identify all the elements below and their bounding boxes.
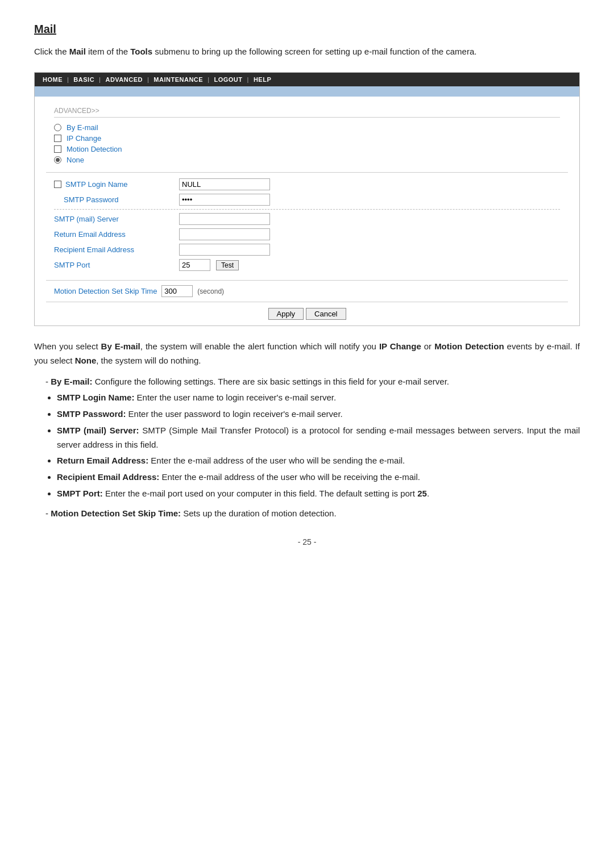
intro-paragraph: Click the Mail item of the Tools submenu… — [34, 45, 580, 59]
page-title: Mail — [34, 23, 580, 36]
by-email-label: By E-mail — [67, 123, 98, 132]
bullet-smtp-port-bold: SMPT Port: — [57, 489, 103, 498]
smtp-section: SMTP Login Name SMTP Password SMTP (mail… — [46, 173, 568, 281]
ip-change-checkbox[interactable] — [54, 135, 61, 142]
intro-bold-mail: Mail — [69, 47, 86, 56]
bullet-smtp-port: SMPT Port: Enter the e-mail port used on… — [57, 487, 580, 501]
bullet-recipient-email-text: Enter the e-mail address of the user who… — [159, 472, 420, 482]
recipient-email-input[interactable] — [179, 244, 270, 256]
smtp-port-row: SMTP Port Test — [54, 259, 560, 271]
smtp-login-row: SMTP Login Name — [54, 178, 560, 190]
bullet-smtp-server: SMTP (mail) Server: SMTP (Simple Mail Tr… — [57, 424, 580, 452]
ip-change-label: IP Change — [67, 134, 101, 143]
none-row: None — [54, 156, 560, 164]
dash2-text: Sets up the duration of motion detection… — [181, 508, 337, 518]
motion-detection-checkbox[interactable] — [54, 145, 61, 153]
apply-button[interactable]: Apply — [268, 308, 304, 320]
advanced-label: ADVANCED>> — [46, 102, 568, 117]
motion-skip-label: Motion Detection Set Skip Time — [54, 287, 157, 295]
return-email-label-text: Return Email Address — [54, 230, 126, 239]
smtp-password-row: SMTP Password — [54, 194, 560, 206]
action-buttons: Apply Cancel — [46, 302, 568, 326]
nav-bar: HOME | BASIC | ADVANCED | MAINTENANCE | … — [35, 73, 579, 86]
dash1-bold: By E-mail: — [51, 377, 92, 386]
by-email-row: By E-mail — [54, 123, 560, 132]
smtp-login-name-label-text: SMTP Login Name — [65, 180, 128, 189]
description-paragraph1: When you select By E-mail, the system wi… — [34, 340, 580, 368]
by-email-radio[interactable] — [54, 124, 61, 131]
second-unit-label: (second) — [197, 287, 224, 295]
none-radio[interactable] — [54, 156, 61, 164]
blue-accent-bar — [35, 86, 579, 97]
bullet-recipient-email: Recipient Email Address: Enter the e-mai… — [57, 470, 580, 485]
smtp-password-input[interactable] — [179, 194, 270, 206]
panel-content: ADVANCED>> By E-mail IP Change Motion De… — [35, 97, 579, 326]
nav-logout[interactable]: LOGOUT — [214, 76, 242, 83]
return-email-input[interactable] — [179, 228, 270, 240]
smtp-port-input[interactable] — [179, 259, 210, 271]
recipient-email-row: Recipient Email Address — [54, 244, 560, 256]
recipient-email-label: Recipient Email Address — [54, 245, 173, 254]
nav-maintenance[interactable]: MAINTENANCE — [154, 76, 203, 83]
smtp-login-input[interactable] — [179, 178, 270, 190]
bullet-smtp-password-text: Enter the user password to login receive… — [126, 409, 342, 419]
motion-detection-row: Motion Detection — [54, 145, 560, 153]
motion-skip-input[interactable] — [161, 285, 193, 297]
desc-p1-prefix: When you select — [34, 341, 101, 351]
bullet-smtp-login-bold: SMTP Login Name: — [57, 393, 134, 402]
motion-skip-section: Motion Detection Set Skip Time (second) — [46, 281, 568, 302]
desc-p1-mid1: , the system will enable the alert funct… — [140, 341, 379, 351]
nav-help[interactable]: HELP — [254, 76, 271, 83]
smtp-mail-server-label: SMTP (mail) Server — [54, 215, 173, 223]
intro-text-prefix: Click the — [34, 47, 69, 56]
dash2-prefix: - — [45, 508, 51, 518]
smtp-port-label: SMTP Port — [54, 261, 173, 269]
intro-bold-tools: Tools — [130, 47, 152, 56]
camera-ui-panel: HOME | BASIC | ADVANCED | MAINTENANCE | … — [34, 72, 580, 326]
desc-p1-mid4: , the system will do nothing. — [96, 356, 201, 365]
intro-text-mid1: item of the — [86, 47, 130, 56]
smtp-mail-server-row: SMTP (mail) Server — [54, 213, 560, 225]
bullet-smtp-port-25: 25 — [417, 489, 427, 498]
bullet-return-email: Return Email Address: Enter the e-mail a… — [57, 454, 580, 468]
none-label: None — [67, 156, 84, 164]
trigger-section: By E-mail IP Change Motion Detection Non… — [46, 118, 568, 173]
smtp-login-label: SMTP Login Name — [54, 180, 173, 189]
bullet-recipient-email-bold: Recipient Email Address: — [57, 472, 159, 482]
dash-item-1: - By E-mail: Configure the following set… — [45, 375, 580, 389]
bullet-return-email-text: Enter the e-mail address of the user who… — [148, 456, 405, 465]
smtp-port-label-text: SMTP Port — [54, 261, 90, 269]
motion-detection-label: Motion Detection — [67, 145, 122, 153]
bullet-smtp-password: SMTP Password: Enter the user password t… — [57, 407, 580, 422]
test-button[interactable]: Test — [216, 260, 239, 270]
bullet-smtp-port-text: Enter the e-mail port used on your compu… — [103, 489, 417, 498]
dash1-prefix: - — [45, 377, 51, 386]
smtp-password-label: SMTP Password — [54, 195, 173, 204]
bullet-return-email-bold: Return Email Address: — [57, 456, 148, 465]
nav-advanced[interactable]: ADVANCED — [105, 76, 143, 83]
desc-p1-bold3: Motion Detection — [434, 341, 504, 351]
bullet-smtp-password-bold: SMTP Password: — [57, 409, 126, 419]
smtp-mail-server-input[interactable] — [179, 213, 270, 225]
nav-basic[interactable]: BASIC — [73, 76, 94, 83]
return-email-row: Return Email Address — [54, 228, 560, 240]
dash2-bold: Motion Detection Set Skip Time: — [51, 508, 181, 518]
nav-home[interactable]: HOME — [43, 76, 63, 83]
desc-p1-bold1: By E-mail — [101, 341, 140, 351]
dash1-text: Configure the following settings. There … — [93, 377, 450, 386]
bullet-smtp-port-period: . — [427, 489, 429, 498]
bullet-list: SMTP Login Name: Enter the user name to … — [57, 391, 580, 500]
bullet-smtp-login: SMTP Login Name: Enter the user name to … — [57, 391, 580, 405]
desc-p1-bold4: None — [75, 356, 97, 365]
bullet-smtp-login-text: Enter the user name to login receiver's … — [134, 393, 336, 402]
desc-p1-bold2: IP Change — [379, 341, 421, 351]
intro-text-mid2: submenu to bring up the following screen… — [152, 47, 476, 56]
cancel-button[interactable]: Cancel — [306, 308, 346, 320]
smtp-login-checkbox[interactable] — [54, 181, 61, 188]
recipient-email-label-text: Recipient Email Address — [54, 245, 134, 254]
return-email-label: Return Email Address — [54, 230, 173, 239]
smtp-mail-server-label-text: SMTP (mail) Server — [54, 215, 119, 223]
bullet-smtp-server-bold: SMTP (mail) Server: — [57, 425, 139, 435]
smtp-password-label-text: SMTP Password — [64, 195, 119, 204]
desc-p1-mid2: or — [421, 341, 434, 351]
